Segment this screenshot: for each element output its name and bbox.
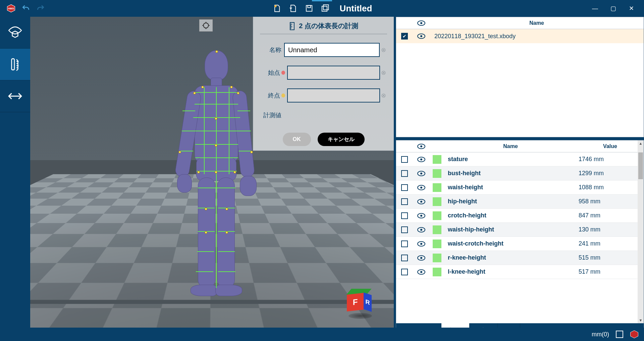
tool-measure-icon[interactable] [0, 49, 30, 80]
measure-name: waist-crotch-height [444, 240, 577, 247]
svg-rect-6 [323, 5, 328, 10]
measure-name: stature [444, 156, 577, 163]
undo-icon[interactable] [21, 3, 31, 13]
measure-checkbox[interactable] [401, 226, 408, 233]
color-swatch[interactable] [433, 211, 441, 220]
measure-header-name[interactable]: Name [444, 143, 577, 149]
measure-row[interactable]: crotch-height847 mm [396, 209, 644, 223]
eye-icon[interactable] [417, 269, 425, 275]
measure-value: 847 mm [577, 212, 644, 219]
eye-icon[interactable] [417, 241, 425, 247]
color-swatch[interactable] [433, 155, 441, 164]
measure-checkbox[interactable] [401, 269, 408, 275]
measure-row[interactable]: waist-crotch-height241 mm [396, 237, 644, 251]
body-model[interactable] [171, 50, 258, 305]
document-title: Untitled [340, 3, 372, 14]
measure-name: waist-height [444, 184, 577, 191]
eye-icon[interactable] [417, 227, 425, 232]
color-swatch[interactable] [433, 169, 441, 178]
eye-icon[interactable] [417, 157, 425, 162]
measure-row[interactable]: waist-height1088 mm [396, 181, 644, 195]
svg-rect-3 [306, 5, 312, 11]
app-logo-icon[interactable]: HMS [6, 3, 16, 13]
cancel-button[interactable]: キャンセル [318, 133, 365, 146]
eye-icon[interactable] [417, 33, 425, 39]
status-toggle-icon[interactable] [616, 331, 623, 338]
statusbar: mm(0) [0, 328, 644, 341]
eye-icon [417, 20, 425, 26]
file-row[interactable]: 20220118_193021_test.xbody [396, 29, 644, 43]
cube-front-label: F [347, 293, 364, 311]
viewport-reset-icon[interactable] [199, 19, 213, 31]
measure-checkbox[interactable] [401, 198, 408, 205]
eye-icon[interactable] [417, 213, 425, 218]
color-swatch[interactable] [433, 225, 441, 234]
measure-value: 515 mm [577, 254, 644, 261]
files-header-name[interactable]: Name [430, 20, 644, 26]
ok-button[interactable]: OK [283, 133, 311, 146]
window-close[interactable]: ✕ [625, 4, 637, 13]
color-swatch[interactable] [433, 240, 441, 248]
measure-checkbox[interactable] [401, 156, 408, 163]
color-swatch[interactable] [433, 183, 441, 192]
viewport[interactable]: F R 2 点の体表長の計測 名称 ⊗ 始点 ⊗ [30, 17, 394, 336]
measure-value: 1746 mm [577, 156, 644, 163]
eye-icon[interactable] [417, 171, 425, 176]
label-start: 始点 [260, 69, 283, 77]
orientation-cube[interactable]: F R [347, 289, 374, 316]
status-unit[interactable]: mm(0) [592, 331, 609, 338]
measure-row[interactable]: r-knee-height515 mm [396, 251, 644, 265]
input-start[interactable] [287, 66, 380, 80]
input-name[interactable] [284, 43, 380, 57]
file-checkbox[interactable] [401, 33, 408, 40]
measurements-panel: Name Value stature1746 mmbust-height1299… [396, 140, 644, 338]
tool-compare-icon[interactable] [0, 80, 30, 112]
status-logo-icon[interactable] [630, 330, 639, 339]
measure-checkbox[interactable] [401, 184, 408, 191]
svg-marker-20 [631, 331, 638, 338]
measure-row[interactable]: l-knee-height517 mm [396, 265, 644, 279]
eye-icon[interactable] [417, 185, 425, 190]
save-icon[interactable] [304, 3, 314, 13]
label-end: 終点 [260, 91, 283, 99]
color-swatch[interactable] [433, 268, 441, 276]
measure-row[interactable]: bust-height1299 mm [396, 166, 644, 181]
tool-view-icon[interactable] [0, 17, 30, 49]
color-swatch[interactable] [433, 197, 441, 206]
input-end[interactable] [287, 88, 380, 103]
measure-row[interactable]: stature1746 mm [396, 152, 644, 166]
scrollbar[interactable]: ▲ ▼ [638, 140, 644, 323]
cube-right-label: R [364, 292, 372, 312]
save-all-icon[interactable] [320, 3, 330, 13]
start-color-dot [281, 71, 285, 75]
svg-rect-4 [308, 5, 311, 7]
scroll-down-icon[interactable]: ▼ [638, 317, 644, 323]
measure-checkbox[interactable] [401, 170, 408, 177]
active-tab-indicator [312, 0, 332, 1]
scroll-thumb[interactable] [638, 152, 643, 179]
window-maximize[interactable]: ▢ [607, 4, 619, 13]
new-doc-icon[interactable] [272, 3, 282, 13]
measure-row[interactable]: hip-height958 mm [396, 195, 644, 209]
measure-checkbox[interactable] [401, 255, 408, 261]
eye-icon[interactable] [417, 255, 425, 261]
measure-checkbox[interactable] [401, 241, 408, 247]
measure-name: crotch-height [444, 212, 577, 219]
clear-end-icon[interactable]: ⊗ [380, 92, 387, 99]
color-swatch[interactable] [433, 254, 441, 262]
eye-icon[interactable] [417, 199, 425, 204]
open-doc-icon[interactable] [288, 3, 298, 13]
clear-name-icon[interactable]: ⊗ [380, 46, 387, 54]
svg-point-2 [274, 5, 277, 7]
measure-checkbox[interactable] [401, 212, 408, 219]
measure-header-value[interactable]: Value [577, 143, 644, 149]
clear-start-icon[interactable]: ⊗ [380, 69, 387, 76]
measure-name: waist-hip-height [444, 226, 577, 233]
scroll-up-icon[interactable]: ▲ [638, 140, 644, 146]
measure-name: hip-height [444, 198, 577, 205]
redo-icon[interactable] [36, 3, 46, 13]
window-minimize[interactable]: — [589, 4, 601, 13]
label-value: 計測値 [260, 111, 284, 119]
measure-row[interactable]: waist-hip-height130 mm [396, 223, 644, 237]
measure-name: l-knee-height [444, 268, 577, 275]
